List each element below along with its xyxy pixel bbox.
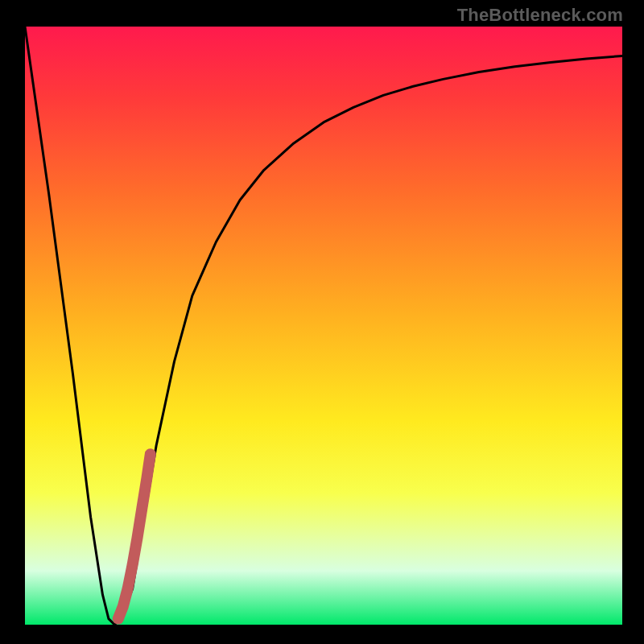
bottleneck-curve-line (25, 27, 622, 625)
highlight-segment-line (118, 454, 151, 618)
chart-frame: TheBottleneck.com (0, 0, 644, 644)
watermark-text: TheBottleneck.com (457, 5, 623, 26)
chart-overlay-svg (25, 27, 622, 625)
